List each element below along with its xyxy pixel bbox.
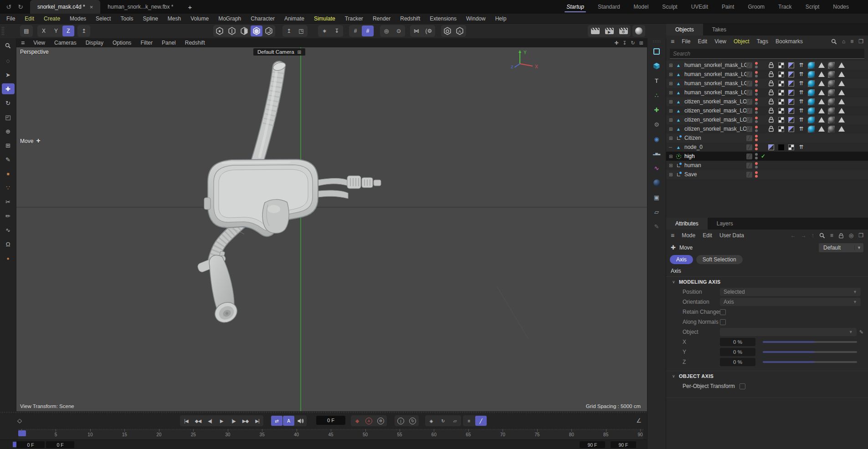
palette-chart[interactable]: ▂▅▃ [650, 148, 663, 159]
normal-tag-icon[interactable] [787, 97, 796, 106]
menu-modes[interactable]: Modes [70, 15, 86, 22]
material-tag-blue-icon[interactable] [807, 88, 816, 97]
gray-dot[interactable] [755, 111, 758, 114]
close-icon[interactable]: × [90, 4, 93, 10]
menu-animate[interactable]: Animate [284, 15, 304, 22]
arrows-tag-icon[interactable]: ⇈ [797, 88, 806, 97]
next-key-button[interactable]: ▶◆ [240, 416, 251, 426]
radial-symmetry-button[interactable]: ◎ [380, 26, 392, 36]
material-tag-dark-icon[interactable] [827, 116, 836, 124]
material-tag-blue-icon[interactable] [807, 125, 816, 133]
y-value-field[interactable]: 0 % [720, 348, 755, 356]
gray-dot[interactable] [755, 166, 758, 168]
visibility-dots[interactable] [755, 162, 760, 168]
range-start-handle[interactable] [13, 442, 16, 447]
lock-tag-icon[interactable] [767, 97, 776, 106]
visibility-toggle[interactable]: ╱ [746, 172, 752, 178]
selection-tag-icon[interactable] [837, 97, 846, 106]
search-input[interactable]: Search [670, 49, 864, 59]
menu-help[interactable]: Help [495, 15, 507, 22]
uvw-tag-icon[interactable] [777, 125, 786, 133]
clone-tool[interactable]: ∵ [2, 182, 15, 193]
previous-frame-button[interactable]: ◀| [204, 416, 216, 426]
sculpt-tool[interactable]: ✎ [2, 154, 15, 165]
red-dot[interactable] [755, 171, 758, 174]
viewport-menu-options[interactable]: Options [113, 40, 131, 46]
object-row[interactable]: ⊞▲citizen_snorkel_mask_LOD2╱⇈ [666, 106, 868, 115]
layout-tab-standard[interactable]: Standard [598, 0, 620, 14]
layout-tab-script[interactable]: Script [806, 0, 820, 14]
menu-simulate[interactable]: Simulate [314, 15, 335, 22]
center-axis-button[interactable]: ⊙ [393, 26, 405, 36]
visibility-toggle[interactable]: ╱ [746, 135, 752, 141]
coordinates-tool[interactable]: ⊞ [2, 140, 15, 151]
object-axis-header[interactable]: ∨ OBJECT AXIS [666, 371, 868, 381]
viewport-menu-filter[interactable]: Filter [140, 40, 153, 46]
expand-icon[interactable]: ⊞ [669, 90, 676, 95]
popout-icon[interactable]: ❐ [858, 38, 863, 45]
object-row[interactable]: ⊞Citizen╱ [666, 133, 868, 143]
record-rotation-toggle[interactable]: ↻ [407, 416, 418, 426]
render-settings-button[interactable]: ⚙ [616, 26, 630, 36]
visibility-dots[interactable] [755, 98, 760, 105]
gray-dot[interactable] [755, 102, 758, 105]
lock-tag-icon[interactable] [767, 61, 776, 69]
selection-tag-icon[interactable] [817, 125, 826, 133]
preset-dropdown[interactable]: Default▼ [819, 243, 863, 252]
expand-icon[interactable]: ⊞ [669, 81, 676, 86]
selection-tag-icon[interactable] [837, 79, 846, 87]
normal-tag-icon[interactable] [787, 88, 796, 97]
layout-tab-groom[interactable]: Groom [748, 0, 765, 14]
paint-tool[interactable]: ● [2, 253, 15, 264]
visibility-toggle[interactable]: ╱ [746, 117, 752, 123]
red-dot[interactable] [755, 148, 758, 150]
visibility-dots[interactable] [755, 71, 760, 77]
y-slider[interactable] [763, 351, 857, 353]
uvw-tag-icon[interactable] [787, 143, 796, 151]
palette-spline[interactable]: ∿ [650, 162, 663, 174]
menu-edit[interactable]: Edit [25, 15, 34, 22]
layout-tab-nodes[interactable]: Nodes [833, 0, 849, 14]
material-tag-blue-icon[interactable] [807, 107, 816, 115]
material-tag-dark-icon[interactable] [827, 88, 836, 97]
visibility-dots[interactable] [755, 153, 760, 159]
subtab-soft-selection[interactable]: Soft Selection [696, 255, 743, 264]
track-display-button[interactable]: ≡ [463, 416, 475, 426]
gray-dot[interactable] [755, 75, 758, 77]
menu-character[interactable]: Character [251, 15, 275, 22]
quantize-settings-button[interactable]: # [362, 26, 374, 36]
attributes-menu-mode[interactable]: Mode [682, 232, 695, 239]
timeline-end-field-2[interactable]: 90 F [611, 441, 636, 448]
layout-tab-paint[interactable]: Paint [722, 0, 734, 14]
spline-tool[interactable]: ∿ [2, 224, 15, 235]
vp-quad-view-icon[interactable]: ⊞ [639, 40, 643, 46]
arrows-tag-icon[interactable]: ⇈ [797, 107, 806, 115]
gray-dot[interactable] [755, 120, 758, 123]
search-icon[interactable] [831, 39, 837, 45]
x-value-field[interactable]: 0 % [720, 338, 755, 346]
objects-menu-tags[interactable]: Tags [757, 38, 768, 45]
marker-diamond-icon[interactable]: ◇ [17, 417, 22, 424]
visibility-toggle[interactable]: ╱ [746, 62, 752, 68]
object-link-field[interactable]: ▼ [720, 328, 857, 336]
previous-key-button[interactable]: ◆◀ [192, 416, 204, 426]
arrows-tag-icon[interactable]: ⇈ [797, 125, 806, 133]
z-slider[interactable] [763, 361, 857, 363]
magnet-tool[interactable]: Ω [2, 239, 15, 250]
menu-redshift[interactable]: Redshift [400, 15, 420, 22]
normal-tag-icon[interactable] [787, 79, 796, 87]
layout-tab-track[interactable]: Track [778, 0, 792, 14]
red-dot[interactable] [755, 144, 758, 147]
playhead[interactable] [18, 430, 26, 436]
uvw-tag-icon[interactable] [777, 88, 786, 97]
key-snap-toggle[interactable]: ╱ [475, 416, 487, 426]
undo-icon[interactable]: ↺ [3, 0, 15, 14]
selection-tag-icon[interactable] [817, 116, 826, 124]
visibility-dots[interactable] [755, 126, 760, 132]
visibility-dots[interactable] [755, 80, 760, 87]
object-row[interactable]: ⊞human╱ [666, 161, 868, 170]
menu-file[interactable]: File [6, 15, 15, 22]
visibility-dots[interactable] [755, 171, 760, 178]
viewport-menu-display[interactable]: Display [86, 40, 103, 46]
layout-tab-uvedit[interactable]: UVEdit [691, 0, 708, 14]
